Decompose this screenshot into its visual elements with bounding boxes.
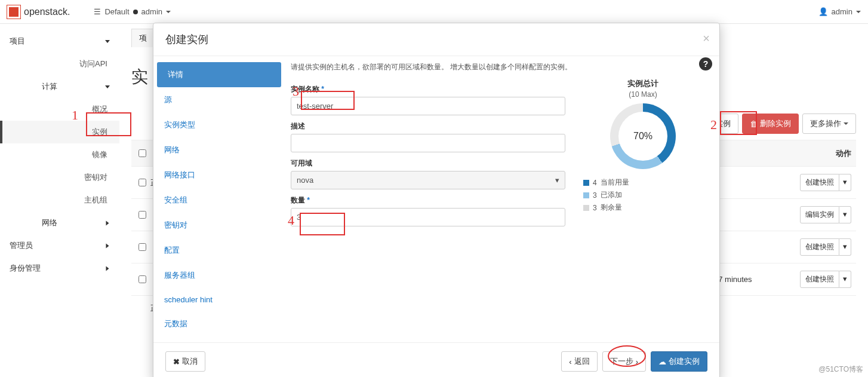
button-label: 编辑实例: [800, 206, 839, 223]
step-label: 配置: [164, 246, 180, 255]
step-label: 详情: [168, 70, 183, 79]
step-label: scheduler hint: [164, 295, 213, 304]
desc-label: 描述: [291, 121, 565, 131]
step-label: 安全组: [164, 195, 187, 204]
user-icon: 👤: [818, 7, 828, 16]
sidebar-network[interactable]: 网络: [0, 212, 119, 234]
context-switcher[interactable]: ☰ Default admin: [94, 7, 171, 16]
wizard-panel: ? 请提供实例的主机名，欲部署的可用区域和数量。 增大数量以创建多个同样配置的实…: [285, 56, 719, 342]
wizard-nav: 详情 源 实例类型 网络 网络接口 安全组 密钥对 配置 服务器组 schedu…: [153, 56, 285, 342]
chevron-down-icon: ▾: [555, 176, 559, 185]
row-action-button[interactable]: 创建快照▾: [800, 238, 851, 256]
col-action: 动作: [786, 148, 851, 159]
tab-label: 项: [139, 33, 147, 42]
wizard-step-metadata[interactable]: 元数据: [153, 311, 285, 336]
sidebar-label: 访问API: [79, 59, 107, 69]
create-instance-button[interactable]: ☁ 创建实例: [651, 351, 707, 372]
wizard-step-details[interactable]: 详情: [157, 62, 281, 87]
sidebar: 项目 访问API 计算 概况 实例 镜像 密钥对 主机组 网络 管理员 身份管理: [0, 24, 119, 377]
chevron-down-icon[interactable]: ▾: [839, 174, 851, 191]
next-button[interactable]: 下一步 ›: [602, 351, 646, 372]
chevron-down-icon: [105, 85, 110, 88]
usage-donut-chart: 70%: [610, 103, 676, 169]
select-value: nova: [297, 176, 313, 185]
name-label: 实例名称 *: [291, 84, 565, 94]
project-user: admin: [141, 7, 162, 16]
swatch-icon: [583, 192, 589, 198]
close-icon[interactable]: ×: [703, 32, 710, 45]
wizard-step-scheduler[interactable]: scheduler hint: [153, 288, 285, 311]
trash-icon: 🗑: [750, 119, 758, 128]
row-checkbox[interactable]: [138, 211, 146, 219]
user-menu[interactable]: 👤 admin: [818, 7, 861, 16]
sidebar-api[interactable]: 访问API: [0, 53, 119, 75]
availability-zone-select[interactable]: nova ▾: [291, 171, 565, 189]
sidebar-label: 概况: [92, 104, 107, 115]
openstack-logo-icon: [7, 5, 20, 19]
wizard-step-keypair[interactable]: 密钥对: [153, 213, 285, 238]
sidebar-admin[interactable]: 管理员: [0, 234, 119, 257]
chevron-down-icon: [166, 11, 171, 13]
sidebar-instances[interactable]: 实例: [0, 121, 119, 143]
description-input[interactable]: [291, 134, 565, 152]
totals-max: (10 Max): [583, 90, 703, 99]
wizard-step-secgroups[interactable]: 安全组: [153, 188, 285, 213]
dot-separator-icon: [133, 10, 138, 14]
wizard-step-ports[interactable]: 网络接口: [153, 163, 285, 188]
help-icon[interactable]: ?: [699, 57, 712, 71]
chevron-down-icon: [105, 40, 110, 43]
breadcrumb-tab[interactable]: 项: [131, 29, 155, 47]
row-action-button[interactable]: 创建快照▾: [800, 271, 851, 288]
legend-item: 4 当前用量: [583, 177, 703, 188]
chevron-down-icon[interactable]: ▾: [839, 271, 851, 288]
modal-title: 创建实例: [165, 33, 208, 45]
wizard-step-flavor[interactable]: 实例类型: [153, 112, 285, 137]
back-button[interactable]: ‹ 返回: [561, 351, 597, 372]
legend-label: 已添加: [601, 190, 622, 200]
chevron-down-icon[interactable]: ▾: [839, 238, 851, 256]
cloud-upload-icon: ☁: [658, 357, 666, 366]
legend-count: 3: [593, 204, 597, 212]
sidebar-label: 身份管理: [10, 263, 41, 274]
sidebar-compute[interactable]: 计算: [0, 75, 119, 98]
chevron-down-icon: [856, 11, 861, 13]
sidebar-keypairs[interactable]: 密钥对: [0, 166, 119, 189]
legend-item: 3 剩余量: [583, 203, 703, 213]
button-label: 返回: [574, 356, 590, 367]
row-checkbox[interactable]: [138, 243, 146, 251]
brand-text: openstack.: [24, 7, 70, 17]
more-actions-button[interactable]: 更多操作: [802, 114, 856, 134]
delete-instance-button[interactable]: 🗑删除实例: [742, 114, 799, 134]
project-name: Default: [104, 7, 129, 16]
watermark: @51CTO博客: [818, 364, 863, 375]
chevron-right-icon: [106, 220, 109, 225]
az-label: 可用域: [291, 158, 565, 168]
sidebar-images[interactable]: 镜像: [0, 143, 119, 166]
sidebar-label: 网络: [42, 217, 57, 228]
row-action-button[interactable]: 创建快照▾: [800, 174, 851, 191]
step-label: 网络接口: [164, 170, 195, 179]
count-input[interactable]: [291, 208, 565, 226]
select-all-checkbox[interactable]: [138, 149, 146, 157]
sidebar-identity[interactable]: 身份管理: [0, 257, 119, 280]
cancel-button[interactable]: ✖ 取消: [165, 351, 205, 372]
sidebar-label: 主机组: [84, 195, 107, 206]
modal-header: 创建实例 ×: [153, 23, 719, 56]
row-age: 17 minutes: [714, 275, 786, 284]
page-title: 实: [131, 66, 148, 88]
wizard-step-networks[interactable]: 网络: [153, 137, 285, 163]
row-checkbox[interactable]: [138, 275, 146, 283]
row-action-button[interactable]: 编辑实例▾: [800, 206, 851, 223]
chevron-down-icon[interactable]: ▾: [839, 206, 851, 223]
row-checkbox[interactable]: [138, 179, 146, 186]
sidebar-hostgroups[interactable]: 主机组: [0, 189, 119, 212]
button-label: 创建实例: [669, 356, 700, 367]
sidebar-overview[interactable]: 概况: [0, 98, 119, 121]
wizard-step-source[interactable]: 源: [153, 87, 285, 112]
instance-name-input[interactable]: [291, 97, 565, 115]
wizard-step-servergroup[interactable]: 服务器组: [153, 263, 285, 288]
sidebar-project[interactable]: 项目: [0, 30, 119, 53]
legend-count: 3: [593, 191, 597, 200]
wizard-step-config[interactable]: 配置: [153, 238, 285, 263]
button-label: 下一步: [610, 356, 633, 367]
